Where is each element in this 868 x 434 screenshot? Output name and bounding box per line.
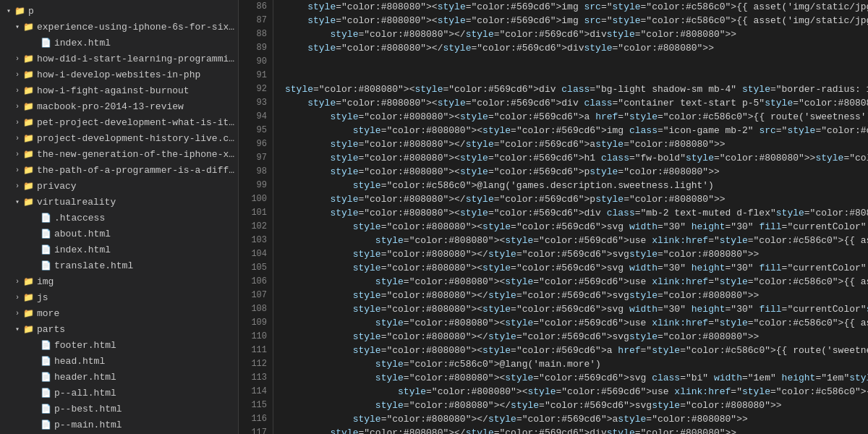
sidebar-item-htaccess-file[interactable]: 📄.htaccess: [0, 210, 238, 226]
sidebar-item-macbook-folder[interactable]: ›📁macbook-pro-2014-13-review: [0, 98, 238, 114]
sidebar-item-index-html-2[interactable]: 📄index.html: [0, 242, 238, 258]
file-label: header.html: [54, 372, 235, 383]
sidebar-item-p-main-html[interactable]: 📄p--main.html: [0, 417, 238, 433]
file-icon: 📄: [41, 229, 51, 239]
code-line: style="color:#808080"><style="color:#569…: [285, 206, 868, 220]
code-line: style="color:#808080"><style="color:#569…: [285, 82, 868, 96]
file-icon: 📄: [41, 420, 51, 430]
file-label: index.html: [54, 244, 235, 255]
file-icon: 📄: [41, 38, 51, 48]
code-line: style="color:#808080"><style="color:#569…: [285, 165, 868, 179]
file-label: footer.html: [54, 340, 235, 351]
sidebar-item-how-i-fight-folder[interactable]: ›📁how-i-fight-against-burnout: [0, 82, 238, 98]
file-icon: 📄: [41, 356, 51, 367]
folder-icon: 📁: [23, 308, 34, 319]
folder-icon: 📁: [14, 6, 25, 17]
sidebar-item-parts-folder[interactable]: ▾📁parts: [0, 321, 238, 337]
line-number: 105: [239, 261, 267, 275]
file-icon: 📄: [41, 213, 51, 224]
sidebar-item-how-i-develop-folder[interactable]: ›📁how-i-develop-websites-in-php: [0, 67, 238, 82]
code-line: style="color:#808080"><style="color:#569…: [285, 275, 868, 289]
file-label: how-did-i-start-learning-programming: [37, 54, 235, 64]
line-number: 95: [239, 124, 267, 137]
line-number: 112: [239, 357, 267, 371]
code-line: style="color:#808080"><style="color:#569…: [285, 344, 868, 357]
line-number: 94: [239, 110, 267, 124]
line-numbers: 8687888990919293949596979899100101102103…: [239, 0, 273, 434]
line-number: 104: [239, 247, 267, 261]
line-number: 109: [239, 316, 267, 330]
folder-icon: 📁: [23, 276, 34, 287]
folder-icon: 📁: [23, 69, 34, 80]
sidebar-item-privacy-folder[interactable]: ›📁privacy: [0, 178, 238, 194]
folder-chevron: ›: [12, 278, 23, 286]
code-content: style="color:#808080"><style="color:#569…: [273, 0, 868, 434]
folder-icon: 📁: [23, 85, 34, 96]
folder-chevron: ▾: [12, 197, 23, 206]
sidebar-item-js-folder[interactable]: ›📁js: [0, 289, 238, 305]
folder-icon: 📁: [23, 22, 34, 33]
sidebar-item-new-generation-folder[interactable]: ›📁the-new-generation-of-the-iphone-xr-d.…: [0, 146, 238, 162]
sidebar-item-index-html-1[interactable]: 📄index.html: [0, 35, 238, 51]
sidebar-item-head-html[interactable]: 📄head.html: [0, 353, 238, 369]
code-editor[interactable]: 8687888990919293949596979899100101102103…: [239, 0, 868, 434]
sidebar-item-pet-project-folder[interactable]: ›📁pet-project-development-what-is-it-and…: [0, 114, 238, 130]
code-line: style="color:#808080"></style="color:#56…: [285, 289, 868, 302]
code-line: style="color:#808080"><style="color:#569…: [285, 124, 868, 137]
sidebar-item-about-html[interactable]: 📄about.html: [0, 226, 238, 242]
code-line: style="color:#808080"><style="color:#569…: [285, 14, 868, 27]
sidebar-item-header-html[interactable]: 📄header.html: [0, 369, 238, 385]
folder-chevron: ›: [12, 150, 23, 158]
line-number: 103: [239, 234, 267, 247]
code-line: style="color:#808080"><style="color:#569…: [285, 302, 868, 316]
sidebar-item-p-best-html[interactable]: 📄p--best.html: [0, 401, 238, 417]
file-label: how-i-fight-against-burnout: [37, 85, 235, 96]
sidebar-item-how-did-folder[interactable]: ›📁how-did-i-start-learning-programming: [0, 51, 238, 67]
folder-chevron: ›: [12, 135, 23, 142]
file-label: img: [37, 276, 235, 287]
folder-chevron: ▾: [12, 22, 23, 31]
folder-chevron: ›: [12, 182, 23, 190]
sidebar-item-img-folder[interactable]: ›📁img: [0, 273, 238, 289]
sidebar-item-footer-html[interactable]: 📄footer.html: [0, 337, 238, 353]
file-label: p--best.html: [54, 404, 235, 414]
folder-icon: 📁: [23, 54, 34, 64]
file-label: p: [28, 6, 235, 17]
file-label: how-i-develop-websites-in-php: [37, 69, 235, 80]
folder-icon: 📁: [23, 101, 34, 112]
file-label: project-development-history-live.creago.…: [37, 133, 235, 144]
sidebar-item-p-folder[interactable]: ▾📁p: [0, 3, 238, 19]
file-label: privacy: [37, 181, 235, 192]
file-label: macbook-pro-2014-13-review: [37, 101, 235, 112]
code-line: style="color:#808080"><style="color:#569…: [285, 110, 868, 124]
folder-chevron: ›: [12, 119, 23, 127]
line-number: 117: [239, 426, 267, 434]
code-line: style="color:#808080"><style="color:#569…: [285, 316, 868, 330]
file-label: index.html: [54, 38, 235, 48]
sidebar-item-more-folder[interactable]: ›📁more: [0, 305, 238, 321]
line-number: 96: [239, 137, 267, 151]
sidebar-item-project-dev-history-folder[interactable]: ›📁project-development-history-live.creag…: [0, 130, 238, 146]
sidebar-item-translate-html[interactable]: 📄translate.html: [0, 258, 238, 273]
folder-chevron: ›: [12, 55, 23, 63]
sidebar-item-path-programmer-folder[interactable]: ›📁the-path-of-a-programmer-is-a-difficul…: [0, 162, 238, 178]
file-label: p--main.html: [54, 420, 235, 430]
folder-icon: 📁: [23, 165, 34, 176]
line-number: 89: [239, 41, 267, 55]
line-number: 102: [239, 220, 267, 234]
sidebar-item-virtualreality-folder[interactable]: ▾📁virtualreality: [0, 194, 238, 210]
file-label: js: [37, 292, 235, 303]
file-icon: 📄: [41, 340, 51, 351]
code-line: style="color:#808080"><style="color:#569…: [285, 0, 868, 14]
sidebar-item-experience-folder[interactable]: ▾📁experience-using-iphone-6s-for-six-mo.…: [0, 19, 238, 35]
file-label: parts: [37, 324, 235, 335]
line-number: 87: [239, 14, 267, 27]
code-line: style="color:#808080"><style="color:#569…: [285, 96, 868, 110]
line-number: 90: [239, 55, 267, 69]
code-line: style="color:#808080"></style="color:#56…: [285, 41, 868, 55]
folder-chevron: ›: [12, 310, 23, 318]
sidebar-item-p-all-html[interactable]: 📄p--all.html: [0, 385, 238, 401]
file-label: pet-project-development-what-is-it-and..…: [37, 117, 235, 128]
line-number: 100: [239, 192, 267, 206]
code-line: style="color:#808080"></style="color:#56…: [285, 426, 868, 434]
